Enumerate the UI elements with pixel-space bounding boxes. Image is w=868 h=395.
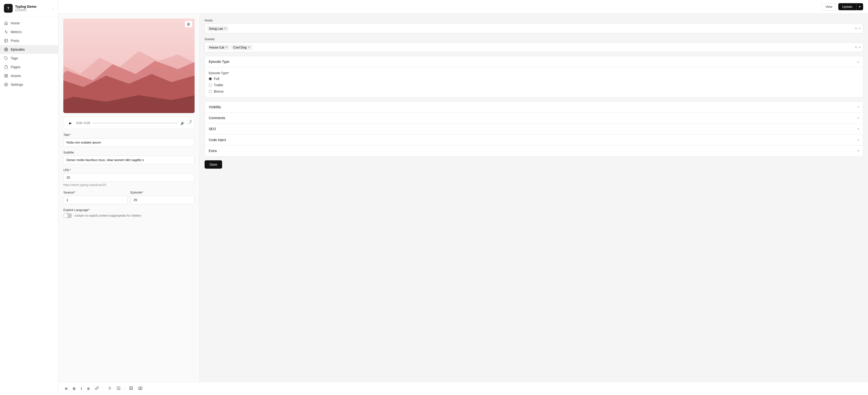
view-button[interactable]: View (821, 3, 836, 10)
season-input[interactable] (63, 196, 128, 204)
sidebar-item-tags[interactable]: Tags (0, 54, 58, 63)
right-panel: Hosts Dong Lee ✕ ✕ ▾ Guests (200, 13, 868, 382)
toolbar-image-button[interactable] (127, 385, 135, 392)
subtitle-input[interactable] (63, 156, 195, 164)
sidebar-item-posts[interactable]: Posts (0, 36, 58, 45)
toolbar-camera-button[interactable] (136, 385, 144, 392)
radio-full-label: Full (214, 77, 219, 81)
header: View Update ▾ (58, 0, 868, 13)
radio-trailer[interactable]: Trailer (209, 83, 859, 87)
radio-bonus-label: Bonus (214, 89, 224, 93)
svg-point-10 (6, 84, 7, 85)
sidebar-nav: Home Metrics Posts Episodes Tags (0, 17, 58, 395)
remove-host-dong-lee[interactable]: ✕ (224, 27, 226, 30)
sidebar-item-episodes[interactable]: Episodes (0, 45, 58, 54)
sidebar-item-settings[interactable]: Settings (0, 80, 58, 89)
radio-trailer-label: Trailer (214, 83, 223, 87)
svg-point-3 (4, 48, 7, 51)
subtitle-field-group: Subtitle (63, 151, 195, 164)
settings-icon (4, 82, 8, 87)
sidebar-item-episodes-label: Episodes (11, 48, 25, 52)
guests-clear-controls: ✕ ▾ (855, 45, 861, 49)
update-dropdown-button[interactable]: ▾ (856, 3, 863, 10)
season-label: Season* (63, 190, 128, 194)
visibility-chevron-icon: ▾ (858, 105, 859, 109)
comments-title: Comments (209, 116, 225, 120)
guests-clear-button[interactable]: ✕ (855, 45, 858, 49)
code-inject-title: Code Inject (209, 138, 226, 142)
season-episode-row: Season* Episode* (63, 190, 195, 204)
assets-icon (4, 73, 8, 78)
episode-number-input[interactable] (130, 196, 195, 204)
toolbar-checklist-button[interactable] (115, 385, 122, 392)
app-id: #100000 (15, 8, 36, 12)
explicit-toggle-label: contain no explicit content inappropriat… (74, 214, 141, 217)
toolbar-bold-button[interactable]: B (71, 385, 77, 392)
explicit-toggle[interactable] (63, 213, 72, 218)
episode-type-header[interactable]: Episode Type ▴ (205, 56, 863, 67)
sidebar-item-settings-label: Settings (11, 83, 23, 87)
accordion-seo[interactable]: SEO ▾ (205, 124, 863, 134)
url-input[interactable] (63, 173, 195, 182)
svg-point-24 (140, 388, 141, 389)
toolbar-italic-button[interactable]: I (79, 385, 84, 392)
radio-bonus-input[interactable] (209, 90, 212, 93)
accordion-visibility[interactable]: Visibility ▾ (205, 101, 863, 113)
sidebar-item-pages[interactable]: Pages (0, 63, 58, 71)
title-input[interactable] (63, 138, 195, 147)
title-field-group: Title* (63, 133, 195, 147)
radio-bonus[interactable]: Bonus (209, 89, 859, 93)
comments-chevron-icon: ▾ (858, 116, 859, 120)
remove-guest-house-cat[interactable]: ✕ (225, 45, 228, 49)
episode-type-content: Episode Type* Full Trailer Bonus (205, 67, 863, 97)
accordion-comments[interactable]: Comments ▾ (205, 113, 863, 124)
extra-chevron-icon: ▾ (858, 149, 859, 153)
guests-multi-select[interactable]: House Cat ✕ Cool Dog ✕ ✕ ▾ (205, 42, 863, 52)
hosts-multi-select[interactable]: Dong Lee ✕ ✕ ▾ (205, 24, 863, 33)
hosts-clear-button[interactable]: ✕ (855, 27, 858, 30)
accordion-code-inject[interactable]: Code Inject ▾ (205, 134, 863, 146)
explicit-label: Explicit Language* (63, 208, 195, 212)
host-name: Dong Lee (209, 27, 223, 30)
update-button[interactable]: Update (838, 3, 856, 10)
audio-progress-bar[interactable] (93, 123, 178, 124)
svg-rect-8 (6, 76, 7, 77)
delete-audio-button[interactable]: 🗑 (189, 119, 192, 123)
sidebar-item-home-label: Home (11, 21, 20, 25)
sidebar: T Typlog Demo #100000 ⌄ Home Metrics Pos… (0, 0, 58, 395)
sidebar-item-assets[interactable]: Assets (0, 71, 58, 80)
guest-tag-house-cat: House Cat ✕ (207, 45, 230, 50)
radio-trailer-input[interactable] (209, 84, 212, 87)
toolbar-link-button[interactable] (93, 385, 101, 392)
episode-type-title: Episode Type (209, 60, 229, 64)
episode-type-field-label: Episode Type* (209, 71, 859, 75)
guest-name-cool-dog: Cool Dog (233, 45, 246, 49)
toolbar-list-button[interactable] (106, 385, 113, 392)
guests-dropdown-icon: ▾ (859, 45, 861, 49)
sidebar-item-posts-label: Posts (11, 39, 19, 43)
episode-type-radio-group: Full Trailer Bonus (209, 77, 859, 93)
radio-full-input[interactable] (209, 77, 212, 81)
remove-guest-cool-dog[interactable]: ✕ (248, 45, 250, 49)
seo-title: SEO (209, 127, 216, 131)
delete-image-button[interactable]: 🗑 (185, 21, 192, 27)
audio-player: ▶ 0:00 / 0:29 🔊 ⋯ 🗑 (63, 117, 195, 129)
sidebar-header[interactable]: T Typlog Demo #100000 ⌄ (0, 0, 58, 17)
toolbar-strikethrough-button[interactable]: S (86, 385, 91, 392)
title-label: Title* (63, 133, 195, 137)
sidebar-item-home[interactable]: Home (0, 19, 58, 28)
sidebar-item-metrics[interactable]: Metrics (0, 28, 58, 36)
hosts-label: Hosts (205, 19, 863, 22)
pages-icon (4, 65, 8, 69)
metrics-icon (4, 30, 8, 34)
accordion-extra[interactable]: Extra ▾ (205, 146, 863, 156)
host-tag-dong-lee: Dong Lee ✕ (207, 26, 228, 31)
save-button[interactable]: Save (205, 160, 222, 169)
volume-button[interactable]: 🔊 (181, 121, 185, 125)
radio-full[interactable]: Full (209, 77, 859, 81)
hosts-clear-controls: ✕ ▾ (855, 27, 861, 30)
left-panel: 🗑 ▶ 0:00 / 0:29 🔊 ⋯ 🗑 Title* Subtitle (58, 13, 200, 382)
play-button[interactable]: ▶ (67, 120, 74, 126)
posts-icon (4, 38, 8, 43)
toolbar-heading-button[interactable]: H (63, 386, 69, 392)
